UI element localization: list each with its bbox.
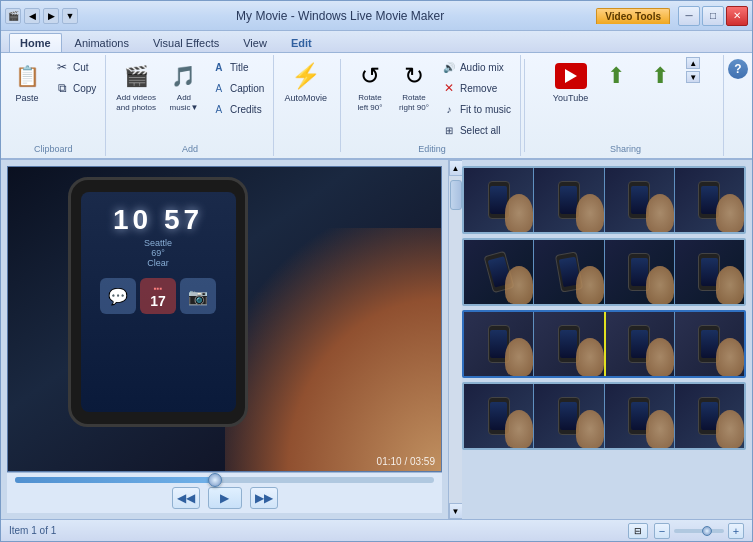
automovie-button[interactable]: ⚡ AutoMovie xyxy=(280,57,331,107)
hand-mini-10 xyxy=(576,338,604,376)
phone-screen: 10 57 Seattle 69° Clear 💬 ▪▪▪ 17 📷 xyxy=(81,192,236,412)
cut-line xyxy=(604,312,606,376)
rotate-right-icon: ↻ xyxy=(398,60,430,92)
cut-icon: ✂ xyxy=(54,59,70,75)
scroll-thumb[interactable] xyxy=(450,180,462,210)
tab-animations[interactable]: Animations xyxy=(64,33,140,52)
hand-mini-2 xyxy=(576,194,604,232)
phone-location: Seattle 69° Clear xyxy=(144,238,172,268)
play-button[interactable]: ▶ xyxy=(208,487,242,509)
phone-app-calendar: ▪▪▪ 17 xyxy=(140,278,176,314)
fast-forward-button[interactable]: ▶▶ xyxy=(250,487,278,509)
main-content: 10 57 Seattle 69° Clear 💬 ▪▪▪ 17 📷 xyxy=(1,160,752,519)
zoom-in-button[interactable]: + xyxy=(728,523,744,539)
rotate-left-label: Rotateleft 90° xyxy=(357,93,382,112)
help-button[interactable]: ? xyxy=(728,59,748,79)
credits-button[interactable]: A Credits xyxy=(208,99,267,119)
zoom-out-button[interactable]: − xyxy=(654,523,670,539)
phone-app-messages: 💬 xyxy=(100,278,136,314)
automovie-content: ⚡ AutoMovie xyxy=(280,57,331,154)
separator-2 xyxy=(524,59,525,152)
remove-button[interactable]: ✕ Remove xyxy=(438,78,514,98)
seek-bar[interactable] xyxy=(15,477,434,483)
hand-mini-9 xyxy=(505,338,533,376)
video-screen: 10 57 Seattle 69° Clear 💬 ▪▪▪ 17 📷 xyxy=(8,167,441,471)
sharing-scroll-up[interactable]: ▲ xyxy=(686,57,700,69)
hand-mini-3 xyxy=(646,194,674,232)
audio-mix-button[interactable]: 🔊 Audio mix xyxy=(438,57,514,77)
zoom-controls: − + xyxy=(654,523,744,539)
fit-to-music-button[interactable]: ♪ Fit to music xyxy=(438,99,514,119)
tab-visual-effects[interactable]: Visual Effects xyxy=(142,33,230,52)
add-music-button[interactable]: 🎵 Addmusic▼ xyxy=(164,57,204,115)
clipboard-label: Clipboard xyxy=(1,144,105,154)
phone-apps: 💬 ▪▪▪ 17 📷 xyxy=(100,278,216,314)
title-icon: A xyxy=(211,59,227,75)
phone-app-camera: 📷 xyxy=(180,278,216,314)
story-strip-1[interactable] xyxy=(462,166,746,234)
minimize-button[interactable]: ─ xyxy=(678,6,700,26)
seek-thumb xyxy=(208,473,222,487)
view-storyboard-button[interactable]: ⊟ xyxy=(628,523,648,539)
close-button[interactable]: ✕ xyxy=(726,6,748,26)
maximize-button[interactable]: □ xyxy=(702,6,724,26)
share-button-2[interactable]: ⬆ xyxy=(640,57,680,95)
scroll-down-button[interactable]: ▼ xyxy=(449,503,463,519)
scroll-up-button[interactable]: ▲ xyxy=(449,160,463,176)
seek-progress xyxy=(15,477,212,483)
story-frame-1-4 xyxy=(675,168,744,232)
title-button[interactable]: A Title xyxy=(208,57,267,77)
credits-icon: A xyxy=(211,101,227,117)
paste-label: Paste xyxy=(15,93,38,104)
story-strip-3[interactable] xyxy=(462,310,746,378)
clipboard-col: ✂ Cut ⧉ Copy xyxy=(51,57,99,98)
status-right: ⊟ − + xyxy=(628,523,744,539)
zoom-slider[interactable] xyxy=(674,529,724,533)
select-all-icon: ⊞ xyxy=(441,122,457,138)
story-frame-2-3 xyxy=(605,240,675,304)
hand-mini-7 xyxy=(646,266,674,304)
add-videos-button[interactable]: 🎬 Add videosand photos xyxy=(112,57,160,115)
share-button-1[interactable]: ⬆ xyxy=(596,57,636,95)
story-strip-2[interactable] xyxy=(462,238,746,306)
youtube-icon xyxy=(555,60,587,92)
rotate-left-button[interactable]: ↺ Rotateleft 90° xyxy=(350,57,390,115)
storyboard xyxy=(462,160,752,519)
title-label: Title xyxy=(230,62,249,73)
story-frame-4-1 xyxy=(464,384,534,448)
cut-button[interactable]: ✂ Cut xyxy=(51,57,99,77)
add-label: Add xyxy=(106,144,273,154)
app-icon: 🎬 xyxy=(5,8,21,24)
hand-mini-4 xyxy=(716,194,744,232)
audio-mix-label: Audio mix xyxy=(460,62,504,73)
paste-button[interactable]: 📋 Paste xyxy=(7,57,47,107)
sharing-label: Sharing xyxy=(528,144,723,154)
tab-home[interactable]: Home xyxy=(9,33,62,52)
tab-edit[interactable]: Edit xyxy=(280,33,323,52)
youtube-button[interactable]: YouTube xyxy=(549,57,592,107)
story-frame-2-1 xyxy=(464,240,534,304)
hand-mini-6 xyxy=(576,266,604,304)
titlebar-icons: 🎬 ◀ ▶ ▼ xyxy=(5,8,78,24)
clipboard-content: 📋 Paste ✂ Cut ⧉ Copy xyxy=(7,57,99,154)
cut-label: Cut xyxy=(73,62,89,73)
tab-view[interactable]: View xyxy=(232,33,278,52)
story-frame-2-4 xyxy=(675,240,744,304)
rotate-right-button[interactable]: ↻ Rotateright 90° xyxy=(394,57,434,115)
add-videos-icon: 🎬 xyxy=(120,60,152,92)
sharing-scroll-down[interactable]: ▼ xyxy=(686,71,700,83)
quick-access-more[interactable]: ▼ xyxy=(62,8,78,24)
separator-1 xyxy=(340,59,341,152)
share-icon-2: ⬆ xyxy=(644,60,676,92)
hand-mini-12 xyxy=(716,338,744,376)
copy-button[interactable]: ⧉ Copy xyxy=(51,78,99,98)
youtube-label: YouTube xyxy=(553,93,588,104)
select-all-button[interactable]: ⊞ Select all xyxy=(438,120,514,140)
phone-time: 10 57 xyxy=(113,204,203,236)
add-videos-label: Add videosand photos xyxy=(116,93,156,112)
story-strip-4[interactable] xyxy=(462,382,746,450)
caption-button[interactable]: A Caption xyxy=(208,78,267,98)
quick-access-back[interactable]: ◀ xyxy=(24,8,40,24)
rewind-button[interactable]: ◀◀ xyxy=(172,487,200,509)
quick-access-forward[interactable]: ▶ xyxy=(43,8,59,24)
